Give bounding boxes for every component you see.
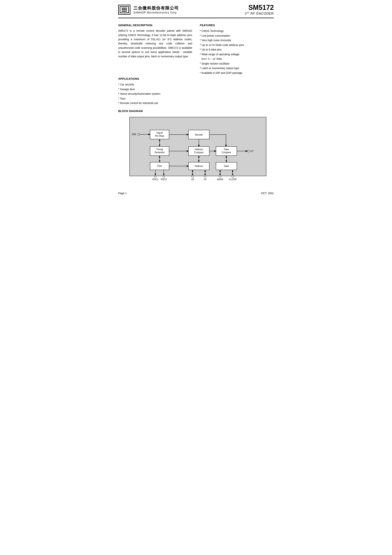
address-compare-label2: Compare	[194, 151, 203, 154]
right-column: FEATURES CMOS Technology Low power consu…	[198, 23, 274, 75]
signal-reshap-label2: Re-Shap	[155, 135, 164, 137]
applications-title: APPLICATIONS	[118, 77, 274, 80]
chip-info: SM5172 312 RF ENCODER	[245, 4, 274, 15]
main-content: GENERAL DESCRIPTION SM5172 is a remote c…	[118, 23, 274, 75]
chip-subtitle-rest: RF ENCODER	[249, 12, 274, 15]
app-item-5: Remote control for industrial use	[118, 101, 274, 106]
din-pin	[138, 133, 140, 135]
page-header: 三合微科股份有限公司 SAMHOP Microelectronics Corp.…	[118, 4, 274, 18]
osc2-label: OSC2	[161, 178, 167, 181]
address-label: Address	[195, 165, 203, 168]
din-label: DIN	[132, 133, 136, 136]
timing-gen-label2: Generator	[154, 151, 165, 154]
a5-pin	[204, 175, 206, 177]
general-description-section: GENERAL DESCRIPTION SM5172 is a remote c…	[118, 23, 192, 58]
osc2-pin	[163, 175, 165, 177]
feature-item-5: Up to 6 data pins	[200, 47, 274, 52]
chip-subtitle-prefix: 3	[245, 12, 247, 15]
a0-pin	[192, 175, 194, 177]
feature-item-9: Available in DIP and SOP package	[200, 71, 274, 75]
company-logo	[118, 5, 130, 15]
chip-superscript: 12	[247, 11, 249, 14]
features-list: CMOS Technology Low power consumption Ve…	[200, 29, 274, 75]
chinese-company-name: 三合微科股份有限公司	[133, 5, 179, 11]
a0-label: A0	[191, 178, 194, 181]
feature-item-7: Single resistor oscillator	[200, 61, 274, 66]
a6d5-label: A6/D5	[217, 178, 223, 181]
vt-label: VT	[250, 150, 254, 153]
app-item-1: Car security	[118, 82, 274, 87]
signal-reshap-label1: Signal	[156, 131, 163, 134]
logo-inner	[120, 6, 129, 13]
app-item-3: Home security/Automation system	[118, 91, 274, 96]
chip-subtitle: 312 RF ENCODER	[245, 11, 274, 15]
app-item-2: Garage door	[118, 87, 274, 92]
feature-item-3: Very high noise immunity	[200, 38, 274, 43]
a11d0-pin	[232, 175, 233, 177]
english-company-name: SAMHOP Microelectronics Corp.	[133, 11, 179, 14]
block-diagram-title: BLOCK DIAGRAM	[118, 109, 274, 113]
decode-label: Decode	[195, 133, 203, 136]
a5-label: A5	[204, 178, 207, 181]
a6d5-pin	[219, 175, 221, 177]
feature-item-1: CMOS Technology	[200, 29, 274, 33]
page-number: Page 1	[118, 192, 127, 195]
chip-name: SM5172	[245, 4, 274, 11]
timing-gen-label1: Timing	[156, 148, 163, 151]
a11d0-label: A11/D0	[229, 178, 236, 181]
applications-list: Car security Garage door Home security/A…	[118, 82, 274, 106]
company-name-block: 三合微科股份有限公司 SAMHOP Microelectronics Corp.	[133, 5, 179, 14]
applications-section: APPLICATIONS Car security Garage door Ho…	[118, 77, 274, 106]
data-label: Data	[224, 165, 229, 168]
data-compare-label1: Data	[224, 148, 229, 151]
features-title: FEATURES	[200, 23, 274, 27]
block-diagram-section: BLOCK DIAGRAM DIN Signal Re-Shap Decode	[118, 109, 274, 188]
company-logo-area: 三合微科股份有限公司 SAMHOP Microelectronics Corp.	[118, 5, 179, 15]
feature-item-6: Wide range of operating voltage: Vcc= 3 …	[200, 52, 274, 61]
features-section: FEATURES CMOS Technology Low power consu…	[200, 23, 274, 75]
app-item-4: Toys	[118, 96, 274, 101]
osc1-pin	[154, 175, 156, 177]
general-description-title: GENERAL DESCRIPTION	[118, 23, 192, 27]
left-column: GENERAL DESCRIPTION SM5172 is a remote c…	[118, 23, 198, 75]
general-description-body: SM5172 is a remote control decoder paire…	[118, 29, 192, 58]
date: OCT. 2001	[261, 192, 274, 195]
block-diagram-svg: DIN Signal Re-Shap Decode Timing Generat…	[118, 115, 274, 187]
feature-item-2: Low power consumption	[200, 33, 274, 38]
block-diagram-container: DIN Signal Re-Shap Decode Timing Generat…	[118, 115, 274, 188]
feature-item-4: Up to 12 tri-State code address pins	[200, 43, 274, 47]
feature-item-8: Latch or momentary output type	[200, 66, 274, 71]
address-compare-label1: Address	[195, 148, 203, 151]
page-footer: Page 1 OCT. 2001	[118, 192, 274, 195]
osc-label: OSC	[157, 165, 162, 168]
data-compare-label2: Compare	[222, 151, 231, 154]
osc1-label: OSC1	[152, 178, 159, 181]
vt-pin	[247, 150, 249, 152]
